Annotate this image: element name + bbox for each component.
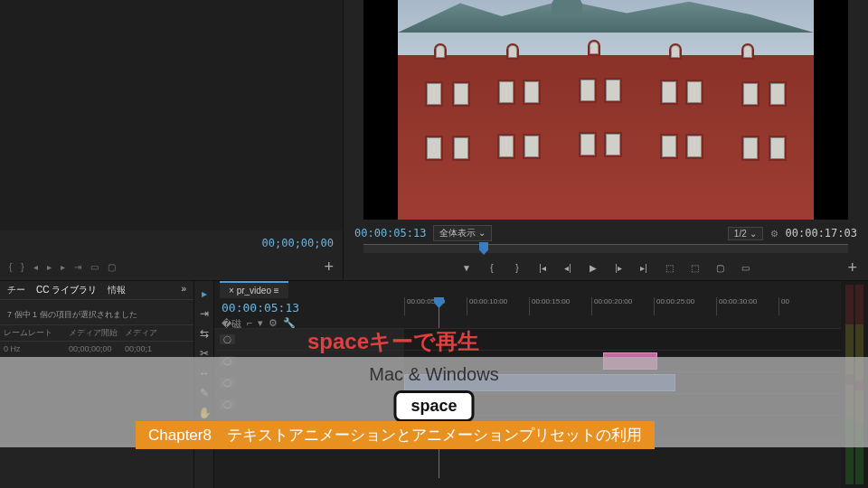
tab-prev[interactable]: チー bbox=[7, 284, 25, 296]
tab-info[interactable]: 情報 bbox=[108, 284, 126, 296]
add-button-icon[interactable]: + bbox=[847, 258, 857, 277]
comparison-icon[interactable]: ▭ bbox=[739, 263, 751, 273]
overlay-chapter: Chapter8 テキストアニメーションとアニメーションプリセットの利用 bbox=[136, 421, 655, 449]
source-viewer bbox=[0, 0, 343, 230]
track-select-tool-icon[interactable]: ⇥ bbox=[197, 306, 212, 321]
settings-icon[interactable]: ⚙ bbox=[770, 229, 778, 239]
mark-out-icon[interactable]: } bbox=[511, 263, 524, 273]
timeline-timecode[interactable]: 00:00:05:13 bbox=[222, 301, 299, 314]
overlay-keycap: space bbox=[393, 390, 474, 422]
timeline-ruler[interactable]: 00:00:05:00 00:00:10:00 00:00:15:00 00:0… bbox=[404, 297, 841, 315]
step-fwd-icon[interactable]: ▸ bbox=[61, 262, 65, 272]
lift-icon[interactable]: ⬚ bbox=[663, 263, 675, 273]
project-row[interactable]: 0 Hz 00;00;00;00 00;00;1 bbox=[0, 342, 193, 356]
overlay-platform: Mac & Windows bbox=[0, 364, 868, 385]
mark-in-icon[interactable]: { bbox=[486, 263, 498, 273]
play-icon[interactable]: ▸ bbox=[47, 262, 52, 272]
selection-tool-icon[interactable]: ▸ bbox=[197, 286, 212, 301]
project-headers: レームレート メディア開始 メディア bbox=[0, 324, 193, 342]
panel-menu-icon[interactable]: » bbox=[181, 284, 186, 296]
add-button-icon[interactable]: + bbox=[324, 258, 334, 277]
program-panel: 00:00:05:13 全体表示 ⌄ 1/2 ⌄ ⚙ 00:00:17:03 ▼… bbox=[344, 0, 868, 280]
extract-icon[interactable]: ⬚ bbox=[688, 263, 701, 273]
ripple-tool-icon[interactable]: ⇆ bbox=[197, 326, 212, 341]
program-timecode: 00:00:05:13 bbox=[354, 227, 426, 239]
program-out-timecode: 00:00:17:03 bbox=[786, 227, 857, 239]
source-panel: 00;00;00;00 { } ◂ ▸ ▸ ⇥ ▭ ▢ + bbox=[0, 0, 344, 280]
step-fwd-icon[interactable]: |▸ bbox=[612, 263, 625, 273]
sequence-tab[interactable]: × pr_video ≡ bbox=[220, 281, 288, 298]
zoom-dropdown[interactable]: 1/2 ⌄ bbox=[728, 227, 763, 240]
program-playhead-icon[interactable] bbox=[479, 242, 488, 255]
overwrite-icon[interactable]: ▭ bbox=[90, 262, 99, 272]
overlay-caption: spaceキーで再生 bbox=[307, 327, 479, 356]
mark-in-icon[interactable]: { bbox=[9, 262, 12, 272]
program-ruler[interactable] bbox=[363, 244, 848, 253]
fit-dropdown[interactable]: 全体表示 ⌄ bbox=[433, 225, 492, 241]
add-marker-icon[interactable]: ▼ bbox=[460, 263, 473, 273]
insert-icon[interactable]: ⇥ bbox=[74, 262, 81, 272]
source-timecode: 00;00;00;00 bbox=[262, 237, 334, 249]
go-in-icon[interactable]: |◂ bbox=[536, 263, 549, 273]
go-out-icon[interactable]: ▸| bbox=[637, 263, 650, 273]
export-frame-icon[interactable]: ▢ bbox=[713, 263, 726, 273]
export-frame-icon[interactable]: ▢ bbox=[108, 262, 116, 272]
track-toggle[interactable]: ◯ bbox=[220, 334, 235, 344]
program-viewer bbox=[363, 0, 848, 220]
source-transport: { } ◂ ▸ ▸ ⇥ ▭ ▢ + bbox=[0, 253, 343, 280]
play-icon[interactable]: ▶ bbox=[587, 263, 599, 273]
step-back-icon[interactable]: ◂ bbox=[33, 262, 38, 272]
selection-info: 7 個中 1 個の項目が選択されました bbox=[0, 300, 193, 324]
step-back-icon[interactable]: ◂| bbox=[561, 263, 574, 273]
tab-cc-library[interactable]: CC ライブラリ bbox=[36, 284, 97, 296]
mark-out-icon[interactable]: } bbox=[21, 262, 24, 272]
